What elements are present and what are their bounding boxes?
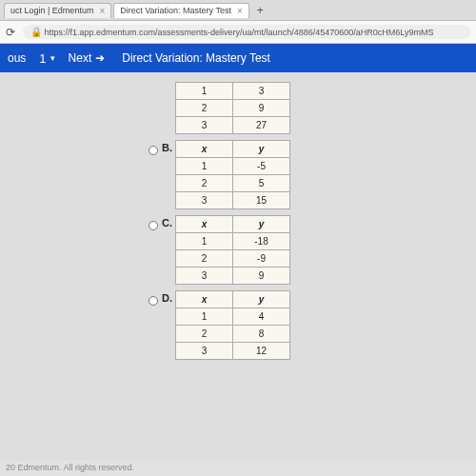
browser-tab-bar: uct Login | Edmentum × Direct Variation:… [0, 0, 476, 21]
option-label: D. [162, 290, 175, 304]
table-row: 1-18 [176, 233, 290, 250]
table-row: 39 [176, 268, 290, 285]
previous-button[interactable]: ous [8, 51, 26, 65]
option-a: 13 29 327 [133, 82, 476, 134]
url-field[interactable]: 🔒 https://f1.app.edmentum.com/assessment… [23, 25, 470, 39]
table-row: xy [176, 216, 290, 233]
address-bar: ⟳ 🔒 https://f1.app.edmentum.com/assessme… [0, 21, 476, 44]
table-row: 1-5 [176, 158, 290, 175]
question-number-dropdown[interactable]: 1 ▾ [39, 51, 54, 66]
question-content: 13 29 327 B. xy 1-5 25 315 C. xy 1-18 2-… [0, 72, 476, 461]
table-row: 13 [176, 83, 290, 100]
assessment-header: ous 1 ▾ Next ➜ Direct Variation: Mastery… [0, 44, 476, 72]
tab-label: uct Login | Edmentum [10, 6, 93, 15]
browser-tab-2[interactable]: Direct Variation: Mastery Test × [113, 3, 249, 18]
radio-button-c[interactable] [149, 221, 158, 230]
option-label: C. [162, 215, 175, 228]
table-row: 14 [176, 308, 290, 326]
option-label: B. [162, 140, 175, 153]
radio-button-d[interactable] [149, 296, 158, 306]
chevron-down-icon: ▾ [50, 53, 55, 63]
tab-label: Direct Variation: Mastery Test [120, 6, 231, 15]
table-row: 327 [176, 117, 290, 134]
table-row: xy [176, 291, 290, 308]
table-row: 2-9 [176, 250, 290, 268]
page-title: Direct Variation: Mastery Test [122, 51, 270, 65]
close-icon[interactable]: × [237, 6, 243, 16]
lock-icon: 🔒 [30, 27, 42, 37]
option-d: D. xy 14 28 312 [133, 290, 476, 360]
footer-copyright: 20 Edmentum. All rights reserved. [0, 461, 476, 476]
table-row: xy [176, 141, 290, 158]
table-row: 29 [176, 100, 290, 117]
radio-button-b[interactable] [149, 146, 158, 155]
arrow-right-icon: ➜ [95, 51, 105, 65]
browser-tab-1[interactable]: uct Login | Edmentum × [4, 3, 111, 18]
option-c: C. xy 1-18 2-9 39 [133, 215, 476, 285]
table-row: 315 [176, 192, 290, 209]
url-text: https://f1.app.edmentum.com/assessments-… [45, 28, 434, 37]
option-table-b: xy 1-5 25 315 [175, 140, 290, 209]
table-row: 25 [176, 175, 290, 192]
new-tab-button[interactable]: + [251, 4, 269, 17]
option-label [162, 82, 175, 84]
option-table-d: xy 14 28 312 [175, 290, 290, 360]
option-table-a: 13 29 327 [175, 82, 290, 134]
close-icon[interactable]: × [99, 6, 105, 16]
next-button[interactable]: Next ➜ [69, 51, 106, 65]
table-row: 312 [176, 343, 290, 360]
option-table-c: xy 1-18 2-9 39 [175, 215, 290, 285]
table-row: 28 [176, 326, 290, 343]
refresh-icon[interactable]: ⟳ [6, 26, 15, 39]
option-b: B. xy 1-5 25 315 [133, 140, 476, 209]
